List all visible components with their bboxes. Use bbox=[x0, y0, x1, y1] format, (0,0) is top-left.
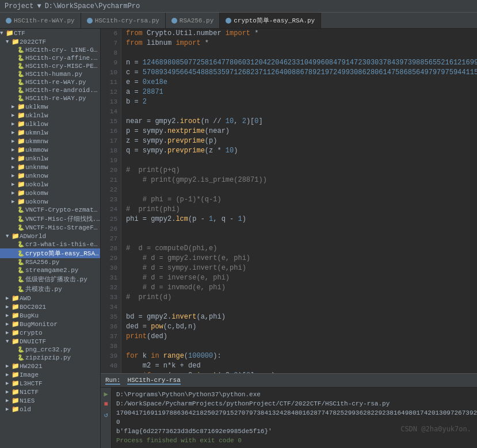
line-num-8: 8 bbox=[101, 48, 117, 58]
sidebar-item-unknlw[interactable]: ▶📁unknlw bbox=[0, 154, 100, 163]
sidebar-label-awd: AWD bbox=[20, 295, 31, 302]
sidebar-item-hsc1th-re-way[interactable]: 🐍HSC1th-re-WAY.py bbox=[0, 78, 100, 86]
sidebar-item-unknmw[interactable]: ▶📁unknmw bbox=[0, 163, 100, 171]
file-icon-hsc1th-re-android: 🐍 bbox=[17, 87, 25, 94]
sidebar-item-vnctf-misc-strage[interactable]: 🐍VNCTF-Misc-StrageFlag.py bbox=[0, 224, 100, 232]
sidebar-item-boc2021[interactable]: ▶📁BOC2021 bbox=[0, 303, 100, 311]
title-path: D:\WorkSpace\PycharmPro bbox=[45, 2, 140, 10]
title-project[interactable]: Project bbox=[5, 2, 33, 10]
folder-icon-awd: 📁 bbox=[12, 294, 20, 302]
code-line-14 bbox=[126, 107, 477, 117]
run-output: D:\Programs\Python\Python37\python.exe D… bbox=[112, 388, 477, 448]
code-line-27 bbox=[126, 234, 477, 244]
sidebar-item-crypto[interactable]: ▶📁crypto bbox=[0, 328, 100, 337]
sidebar-item-ctf[interactable]: ▼📁CTF bbox=[0, 29, 100, 37]
file-icon-gongtie: 🐍 bbox=[17, 286, 25, 293]
run-play-button[interactable]: ▶ bbox=[102, 390, 110, 398]
sidebar-item-bugmonitor[interactable]: ▶📁BugMonitor bbox=[0, 320, 100, 328]
file-icon-vnctf-misc-strage: 🐍 bbox=[17, 224, 25, 231]
line-num-31: 31 bbox=[101, 273, 117, 283]
code-line-35: bd = gmpy2.invert(a,phi) bbox=[126, 312, 477, 322]
run-stop-button[interactable]: ■ bbox=[102, 400, 110, 408]
sidebar-item-rsa256[interactable]: 🐍RSA256.py bbox=[0, 258, 100, 266]
code-line-11: e = 0xe18e bbox=[126, 78, 477, 87]
sidebar-item-adworld[interactable]: ▼📁ADWorld bbox=[0, 232, 100, 240]
sidebar-label-old: old bbox=[20, 406, 31, 413]
tab-crypto-easy[interactable]: crypto简单-easy_RSA.py bbox=[220, 13, 321, 28]
sidebar-item-n1es[interactable]: ▶📁N1ES bbox=[0, 396, 100, 405]
run-tab-name[interactable]: HSC1th-cry-rsa bbox=[127, 377, 180, 385]
file-icon-hsc1th-re-way: 🐍 bbox=[17, 79, 25, 86]
code-line-16: p = sympy.nextprime(near) bbox=[126, 127, 477, 136]
sidebar-item-hsc1th-cry-line[interactable]: 🐍HSC1th-cry- LINE-GENERA bbox=[0, 46, 100, 54]
code-line-18: q = sympy.prevprime(z * 10) bbox=[126, 146, 477, 156]
sidebar-item-hsc1th-human[interactable]: 🐍HSC1th-human.py bbox=[0, 70, 100, 78]
run-tab-run[interactable]: Run: bbox=[105, 377, 120, 385]
sidebar-item-old[interactable]: ▶📁old bbox=[0, 405, 100, 413]
sidebar-item-hsc1th-re-way2[interactable]: 🐍HSC1th-re-WAY.py bbox=[0, 94, 100, 102]
sidebar-item-ukllnw[interactable]: ▶📁uklnlw bbox=[0, 111, 100, 120]
sidebar-item-streamgame2[interactable]: 🐍streamgame2.py bbox=[0, 266, 100, 274]
sidebar-item-ulklow[interactable]: ▶📁ulklow bbox=[0, 120, 100, 128]
editor-tab-bar: HSC1th-re-WAY.pyHSC1th-cry-rsa.pyRSA256.… bbox=[0, 13, 477, 29]
code-content[interactable]: from Crypto.Util.number import *from lib… bbox=[121, 29, 477, 373]
sidebar-item-2022ctf[interactable]: ▼📁2022CTF bbox=[0, 37, 100, 46]
sidebar-item-l3hctf[interactable]: ▶📁L3HCTF bbox=[0, 379, 100, 388]
folder-icon-uklkmw: 📁 bbox=[17, 103, 25, 110]
sidebar-item-crypto-easy-rsa[interactable]: 🐍crypto简单-easy_RSA.py bbox=[0, 248, 100, 258]
sidebar-item-hsc1th-cry-misc[interactable]: 🐍HSC1th-cry-MISC-PERFORMA bbox=[0, 62, 100, 70]
sidebar-item-ukmmow[interactable]: ▶📁ukmmow bbox=[0, 145, 100, 154]
folder-arrow-dnuictf: ▼ bbox=[6, 339, 12, 344]
sidebar-item-hsc1th-cry-affine[interactable]: 🐍HSC1th-cry-affine.py bbox=[0, 54, 100, 62]
tab-hsc1th-re-way[interactable]: HSC1th-re-WAY.py bbox=[0, 13, 81, 28]
sidebar-label-crypto: crypto bbox=[20, 330, 43, 336]
folder-icon-crypto: 📁 bbox=[12, 329, 20, 336]
main-layout: ▼📁CTF▼📁2022CTF 🐍HSC1th-cry- LINE-GENERA … bbox=[0, 29, 477, 448]
sidebar-item-lowlevel[interactable]: 🐍低级密信扩播攻击.py bbox=[0, 274, 100, 284]
sidebar-label-streamgame2: streamgame2.py bbox=[25, 267, 78, 274]
sidebar-item-uokomw[interactable]: ▶📁uokomw bbox=[0, 189, 100, 197]
sidebar-item-uokolw[interactable]: ▶📁uokolw bbox=[0, 180, 100, 189]
folder-arrow-bugmonitor: ▶ bbox=[6, 321, 12, 327]
folder-arrow-unknow: ▶ bbox=[12, 173, 17, 179]
sidebar-item-ukmmnw[interactable]: ▶📁ukmmnw bbox=[0, 137, 100, 145]
folder-icon-unknmw: 📁 bbox=[17, 163, 25, 171]
sidebar-item-png-crc32[interactable]: 🐍png_crc32.py bbox=[0, 346, 100, 354]
sidebar-item-image[interactable]: ▶📁Image bbox=[0, 370, 100, 379]
sidebar-label-gongtie: 共模攻击.py bbox=[25, 285, 62, 293]
sidebar-label-hw2021: HW2021 bbox=[20, 363, 43, 370]
folder-icon-ukmmnw: 📁 bbox=[17, 137, 25, 145]
sidebar-item-ukmnlw[interactable]: ▶📁ukmnlw bbox=[0, 128, 100, 137]
sidebar-item-unknow[interactable]: ▶📁unknow bbox=[0, 171, 100, 180]
tab-rsa256[interactable]: RSA256.py bbox=[166, 13, 220, 28]
folder-arrow-image: ▶ bbox=[6, 372, 12, 378]
sidebar-item-cr3-what[interactable]: 🐍cr3-what-is-this-encryptior bbox=[0, 240, 100, 248]
sidebar-label-ctf: CTF bbox=[14, 30, 25, 37]
sidebar-item-n1ctf[interactable]: ▶📁N1CTF bbox=[0, 388, 100, 396]
sidebar-item-gongtie[interactable]: 🐍共模攻击.py bbox=[0, 284, 100, 294]
sidebar-item-vnctf-crypto[interactable]: 🐍VNCTF-Crypto-ezmath.py bbox=[0, 206, 100, 214]
sidebar-item-vnctf-misc[interactable]: 🐍VNCTF-Misc-仔细找找.py bbox=[0, 214, 100, 224]
folder-arrow-ukmnlw: ▶ bbox=[12, 129, 17, 136]
folder-icon-l3hctf: 📁 bbox=[12, 380, 20, 387]
sidebar-item-hsc1th-re-android[interactable]: 🐍HSC1th-re-android.py bbox=[0, 86, 100, 94]
sidebar-item-uokonw[interactable]: ▶📁uokonw bbox=[0, 197, 100, 206]
folder-arrow-awd: ▶ bbox=[6, 295, 12, 301]
line-num-25: 25 bbox=[101, 215, 117, 224]
folder-arrow-n1ctf: ▶ bbox=[6, 389, 12, 395]
sidebar-item-awd[interactable]: ▶📁AWD bbox=[0, 294, 100, 303]
tab-icon-hsc1th-re-way bbox=[6, 18, 12, 24]
folder-arrow-boc2021: ▶ bbox=[6, 304, 12, 310]
run-rerun-button[interactable]: ↺ bbox=[102, 411, 110, 419]
folder-icon-unknow: 📁 bbox=[17, 172, 25, 179]
sidebar-item-zipzipzip[interactable]: 🐍zipzipzip.py bbox=[0, 354, 100, 362]
sidebar-item-uklkmw[interactable]: ▶📁uklkmw bbox=[0, 102, 100, 111]
sidebar-item-bugku[interactable]: ▶📁BugKu bbox=[0, 311, 100, 320]
sidebar-label-uokomw: uokomw bbox=[25, 190, 48, 197]
folder-arrow-ukmmow: ▶ bbox=[12, 147, 17, 153]
sidebar-item-hw2021[interactable]: ▶📁HW2021 bbox=[0, 362, 100, 370]
folder-arrow-hw2021: ▶ bbox=[6, 363, 12, 369]
sidebar-item-dnuictf[interactable]: ▼📁DNUICTF bbox=[0, 337, 100, 346]
line-num-37: 37 bbox=[101, 332, 117, 342]
tab-hsc1th-cry-rsa[interactable]: HSC1th-cry-rsa.py bbox=[81, 13, 166, 28]
